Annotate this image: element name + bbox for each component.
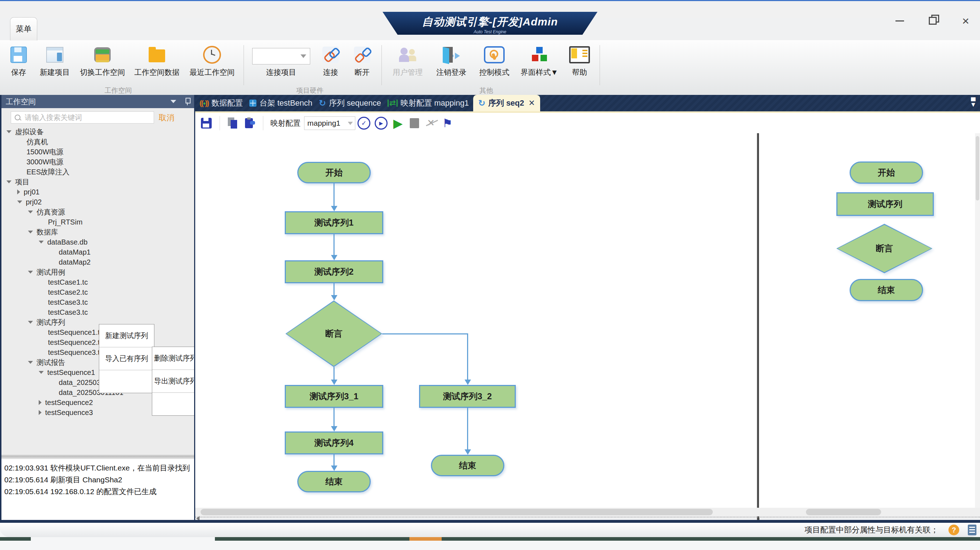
tree-item[interactable]: testCase3.tc: [39, 297, 88, 307]
copy-button[interactable]: [227, 115, 239, 131]
connect-project-combo[interactable]: 连接项目: [249, 44, 313, 77]
tree-expand-icon[interactable]: [28, 271, 33, 273]
tree-item[interactable]: dataMap1: [49, 247, 91, 257]
disconnect-button[interactable]: 断开: [348, 44, 377, 77]
tree-expand-icon[interactable]: [28, 230, 33, 234]
tree-item[interactable]: dataMap2: [49, 257, 91, 267]
flow-node-end-2[interactable]: 结束: [431, 455, 504, 476]
close-tab-icon[interactable]: ✕: [528, 99, 535, 108]
palette-node-end[interactable]: 结束: [850, 279, 923, 301]
tree-item[interactable]: 数据库: [28, 227, 58, 237]
tree-expand-icon[interactable]: [6, 130, 11, 133]
flow-node-seq3-1[interactable]: 测试序列3_1: [285, 385, 383, 408]
menu-item[interactable]: [99, 370, 154, 393]
scrollbar-thumb[interactable]: [200, 509, 713, 515]
tree-item[interactable]: 1500W电源: [17, 147, 64, 157]
sequence-canvas[interactable]: 开始 测试序列1 测试序列2 断言 测试序列3_1 测试序列3_2 测试序列4 …: [195, 133, 757, 508]
tree-item[interactable]: 虚拟设备: [6, 127, 44, 137]
validate-button[interactable]: ✓: [358, 115, 371, 131]
tree-expand-icon[interactable]: [17, 189, 20, 194]
doc-tab[interactable]: ((●))数据配置: [197, 95, 245, 111]
menu-tab[interactable]: 菜单: [10, 17, 37, 40]
menu-item[interactable]: 导出测试序列: [152, 370, 195, 393]
search-cancel-link[interactable]: 取消: [159, 113, 175, 123]
tree-expand-icon[interactable]: [28, 321, 33, 324]
palette-node-assert[interactable]: 断言: [836, 224, 932, 273]
flow-node-seq2[interactable]: 测试序列2: [285, 260, 383, 283]
pin-icon[interactable]: [185, 98, 190, 106]
tree-item[interactable]: testCase2.tc: [39, 287, 88, 297]
tree-item[interactable]: testSequence1: [39, 367, 95, 377]
recent-workspace-button[interactable]: 最近工作空间: [186, 44, 239, 77]
document-icon[interactable]: [968, 525, 977, 535]
tree-item[interactable]: EES故障注入: [17, 167, 70, 177]
paste-button[interactable]: [243, 115, 256, 131]
menu-item[interactable]: [152, 393, 195, 415]
ui-style-button[interactable]: 界面样式▼: [517, 44, 562, 77]
workspace-data-button[interactable]: 工作空间数据: [131, 44, 183, 77]
flow-node-seq3-2[interactable]: 测试序列3_2: [419, 385, 516, 408]
tree-item[interactable]: 测试用例: [28, 267, 65, 277]
help-circle-icon[interactable]: ?: [948, 525, 959, 535]
flow-node-end[interactable]: 结束: [297, 471, 371, 492]
control-mode-button[interactable]: 控制模式: [474, 44, 514, 77]
menu-item[interactable]: 导入已有序列: [99, 347, 154, 370]
logout-button[interactable]: 注销登录: [431, 44, 471, 77]
tree-item[interactable]: prj01: [17, 187, 40, 197]
tree-expand-icon[interactable]: [39, 371, 44, 374]
tree-expand-icon[interactable]: [17, 200, 22, 203]
tree-item[interactable]: testSequence1.ts: [39, 327, 103, 337]
tree-item[interactable]: 项目: [6, 177, 29, 187]
tree-item[interactable]: prj02: [17, 197, 41, 207]
step-run-button[interactable]: ▶: [375, 115, 388, 131]
clear-button[interactable]: ✕: [425, 115, 437, 131]
editor-save-button[interactable]: [200, 115, 212, 131]
tree-item[interactable]: testCase1.tc: [39, 277, 88, 287]
tree-item[interactable]: testSequence2.ts: [39, 337, 103, 347]
new-project-button[interactable]: 新建项目: [36, 44, 74, 77]
switch-workspace-button[interactable]: 切换工作空间: [76, 44, 128, 77]
connect-button[interactable]: 连接: [316, 44, 345, 77]
tree-expand-icon[interactable]: [28, 211, 33, 213]
tree-item[interactable]: 3000W电源: [17, 157, 64, 167]
tree-expand-icon[interactable]: [39, 241, 44, 243]
minimize-button[interactable]: [893, 14, 906, 27]
scrollbar-thumb[interactable]: [976, 136, 979, 200]
doc-tab[interactable]: ↻序列 seq2✕: [473, 95, 540, 111]
connect-project-dropdown[interactable]: [252, 48, 310, 64]
flow-node-start[interactable]: 开始: [297, 162, 371, 183]
tree-expand-icon[interactable]: [6, 180, 11, 183]
help-button[interactable]: 帮助: [565, 44, 595, 77]
tab-overflow-icon[interactable]: ▀▼: [970, 99, 977, 107]
doc-tab[interactable]: ↻序列 sequence: [317, 95, 383, 111]
tree-expand-icon[interactable]: [28, 361, 33, 364]
horizontal-scrollbar[interactable]: [195, 508, 980, 517]
palette-node-start[interactable]: 开始: [850, 162, 923, 184]
tree-item[interactable]: 测试序列: [28, 317, 65, 327]
tree-item[interactable]: testSequence3: [39, 407, 93, 418]
tree-item[interactable]: testSequence3.ts: [39, 347, 103, 358]
run-button[interactable]: ▶: [392, 115, 404, 131]
tree-item[interactable]: 仿真机: [17, 137, 48, 147]
flag-button[interactable]: ⚑: [441, 115, 453, 131]
menu-item[interactable]: 删除测试序列: [152, 347, 195, 370]
collapse-panel-icon[interactable]: [170, 100, 176, 103]
palette-scrollbar-thumb[interactable]: [806, 509, 881, 515]
tree-item[interactable]: testCase3.tc: [39, 307, 88, 317]
save-button[interactable]: 保存: [4, 44, 33, 77]
tree-expand-icon[interactable]: [39, 400, 41, 405]
panel-splitter[interactable]: [2, 455, 194, 459]
tree-item[interactable]: testSequence2: [39, 397, 93, 407]
tree-expand-icon[interactable]: [39, 410, 41, 415]
vertical-scrollbar[interactable]: [975, 133, 980, 508]
menu-item[interactable]: 新建测试序列: [99, 324, 154, 347]
tree-item[interactable]: dataBase.db: [39, 237, 88, 247]
doc-tab[interactable]: ⇄映射配置 mapping1: [385, 95, 471, 111]
flow-node-seq1[interactable]: 测试序列1: [285, 211, 383, 234]
flow-node-seq4[interactable]: 测试序列4: [285, 431, 383, 455]
restore-button[interactable]: [926, 14, 939, 27]
search-input[interactable]: 请输入搜索关键词: [11, 111, 154, 124]
flow-node-assert[interactable]: 断言: [285, 300, 382, 367]
doc-tab[interactable]: 台架 testBench: [247, 95, 315, 111]
stop-button[interactable]: [408, 115, 420, 131]
